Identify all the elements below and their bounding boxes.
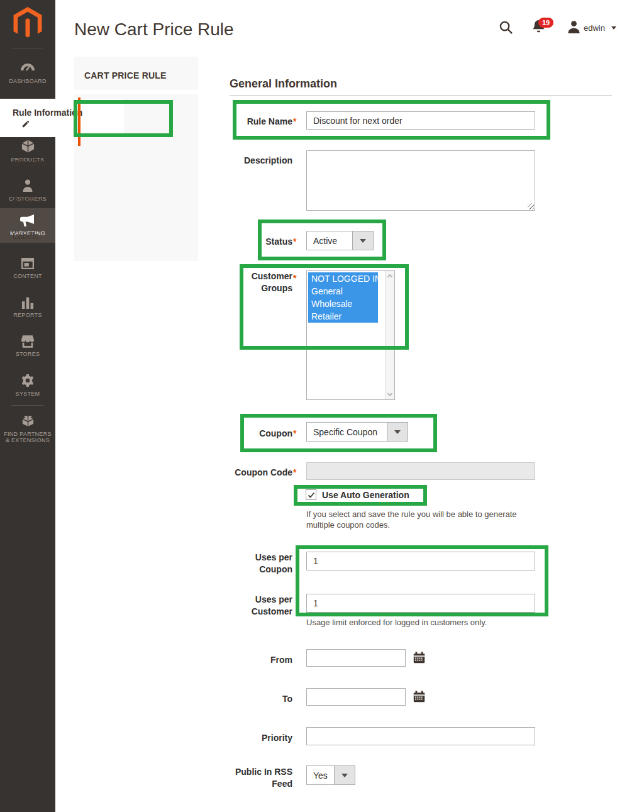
public-in-rss-select[interactable]: Yes [306,765,355,785]
nav-item-rule-information[interactable]: Rule Information [0,99,124,137]
nav-item-label: Actions [13,194,42,204]
description-label: Description [223,155,292,167]
sidebar-item-content[interactable]: CONTENT [0,249,55,287]
caret-down-icon [341,774,348,777]
search-icon [499,20,513,35]
select-arrow-button[interactable] [334,765,355,785]
priority-label: Priority [223,732,292,744]
status-select[interactable]: Active [306,231,374,250]
sidebar-divider [11,405,44,406]
nav-item-conditions[interactable]: Conditions [0,145,124,181]
auto-generation-note: If you select and save the rule you will… [306,509,520,530]
coupon-select[interactable]: Specific Coupon [306,422,408,442]
nav-item-labels[interactable]: Labels [0,218,124,254]
nav-item-label: Rule Information [13,108,82,118]
sidebar-item-find-partners[interactable]: FIND PARTNERS & EXTENSIONS [0,409,55,449]
multiselect-scrollbar[interactable] [385,271,394,399]
extension-cube-icon [21,414,35,428]
required-marker: * [293,273,301,283]
notification-badge: 19 [538,18,553,28]
coupon-code-input[interactable] [306,462,535,480]
calendar-icon [413,652,425,664]
priority-input[interactable] [306,727,535,745]
coupon-code-label: Coupon Code [223,467,292,479]
sidebar-item-label: SYSTEM [16,391,40,397]
layout-icon [21,257,35,270]
multiselect-option[interactable]: Retailer [308,310,378,323]
magento-admin-page: DASHBOARD $ SALES PRODUCTS CUSTOMERS MAR… [0,0,644,812]
storefront-icon [20,335,35,348]
select-arrow-button[interactable] [352,231,374,250]
caret-down-icon[interactable] [611,26,616,30]
to-calendar-button[interactable] [413,691,425,705]
sidebar-item-label: STORES [16,351,40,357]
magento-logo[interactable] [0,0,55,47]
select-arrow-button[interactable] [387,422,408,442]
search-button[interactable] [499,20,513,37]
description-textarea[interactable] [306,150,535,211]
gear-icon [21,374,35,387]
required-marker: * [293,428,301,438]
username-label[interactable]: edwin [584,23,605,33]
use-auto-generation-checkbox[interactable] [306,489,316,500]
user-icon [567,19,581,34]
uses-per-customer-label: Uses per Customer [223,594,292,618]
multiselect-option[interactable]: NOT LOGGED IN [308,272,378,285]
rule-nav-title: CART PRICE RULE [74,57,198,94]
customer-groups-label: Customer Groups [223,270,292,294]
sidebar-item-stores[interactable]: STORES [0,327,55,365]
coupon-select-value: Specific Coupon [306,422,387,442]
customer-groups-multiselect[interactable]: NOT LOGGED IN General Wholesale Retailer [306,270,395,400]
required-marker: * [293,236,301,247]
rule-name-input[interactable] [306,111,535,130]
sidebar-item-label: FIND PARTNERS & EXTENSIONS [3,431,52,443]
from-date-input[interactable] [306,649,406,667]
dashboard-gauge-icon [20,62,35,75]
status-label: Status [223,236,292,248]
account-menu[interactable] [567,19,581,36]
active-nav-indicator [78,97,80,146]
scroll-up-icon[interactable] [387,274,392,279]
required-marker: * [293,467,301,477]
status-select-value: Active [306,231,352,250]
nav-item-actions[interactable]: Actions [0,181,124,218]
uses-per-coupon-label: Uses per Coupon [223,552,292,576]
caret-down-icon [394,430,401,434]
magento-logo-icon [13,7,42,40]
sidebar-item-reports[interactable]: REPORTS [0,288,55,326]
public-in-rss-label: Public In RSS Feed [223,766,292,790]
public-in-rss-value: Yes [306,765,334,785]
sidebar-item-system[interactable]: SYSTEM [0,366,55,404]
uses-per-customer-input[interactable] [306,594,535,613]
required-marker: * [293,116,301,126]
multiselect-option[interactable]: Wholesale [308,298,378,310]
pencil-icon [21,120,30,128]
sidebar-item-label: REPORTS [13,312,42,318]
multiselect-option[interactable]: General [308,285,378,298]
scroll-down-icon[interactable] [387,391,392,396]
page-title: New Cart Price Rule [74,19,234,40]
from-calendar-button[interactable] [413,652,425,666]
sidebar-item-label: DASHBOARD [9,78,47,84]
rule-name-label: Rule Name [223,116,292,128]
checkmark-icon [308,491,315,499]
from-label: From [223,654,292,666]
bar-chart-icon [21,296,35,309]
sidebar-item-label: CONTENT [13,273,42,279]
uses-per-coupon-input[interactable] [306,552,535,570]
sidebar-item-dashboard[interactable]: DASHBOARD [0,54,55,92]
section-heading: General Information [230,77,337,91]
sidebar-divider [13,48,43,48]
nav-item-label: Conditions [13,158,54,168]
calendar-icon [413,691,425,703]
caret-down-icon [360,239,366,243]
usage-limit-note: Usage limit enforced for logged in custo… [306,617,570,628]
to-date-input[interactable] [306,688,406,706]
to-label: To [223,693,292,705]
coupon-label: Coupon [223,428,292,440]
resize-grip-icon[interactable] [528,203,534,209]
nav-item-label: Labels [13,231,38,241]
use-auto-generation-label: Use Auto Generation [322,490,409,500]
section-divider [230,95,612,96]
